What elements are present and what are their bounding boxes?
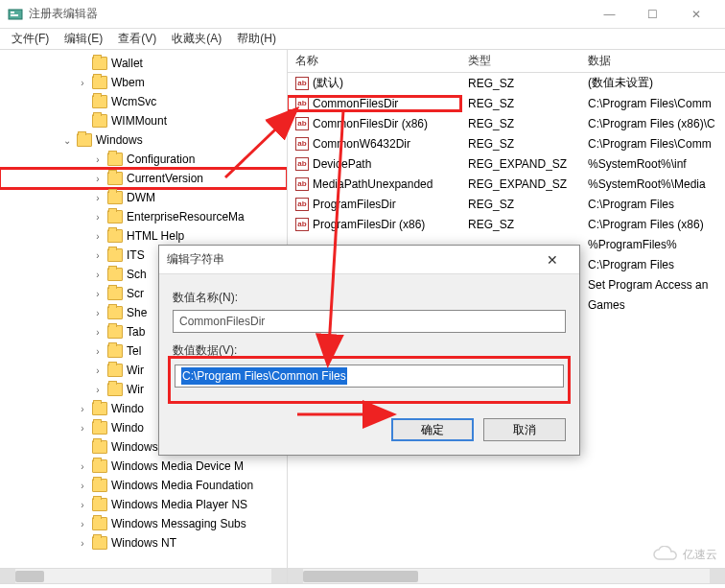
value-data: (数值未设置) [580, 75, 725, 91]
expand-icon[interactable]: › [92, 346, 104, 357]
regedit-icon [8, 7, 23, 22]
tree-hscroll[interactable] [0, 568, 288, 583]
expand-icon[interactable]: ⌄ [61, 135, 73, 146]
expand-icon[interactable]: › [77, 538, 88, 549]
tree-item[interactable]: ›EnterpriseResourceMa [0, 207, 287, 226]
tree-item[interactable]: ›CurrentVersion [0, 169, 287, 188]
tree-item[interactable]: ›DWM [0, 188, 287, 207]
folder-icon [92, 76, 107, 89]
list-row[interactable]: abProgramFilesDir (x86)REG_SZC:\Program … [288, 214, 725, 234]
tree-item[interactable]: ›Windows Messaging Subs [0, 514, 287, 533]
svg-rect-2 [11, 14, 18, 16]
dialog-close-button[interactable]: ✕ [533, 252, 572, 268]
tree-item[interactable]: ⌄Windows [0, 130, 287, 150]
expand-icon[interactable]: › [92, 327, 104, 338]
tree-item[interactable]: ›Windows NT [0, 533, 287, 553]
string-value-icon: ab [295, 77, 309, 90]
folder-icon [107, 268, 123, 281]
list-row[interactable]: abCommonW6432DirREG_SZC:\Program Files\C… [288, 133, 725, 153]
expand-icon[interactable]: › [92, 154, 104, 165]
value-data-input[interactable] [175, 365, 564, 388]
tree-label: Windo [111, 421, 144, 435]
tree-item[interactable]: ›Windows Media Player NS [0, 495, 287, 514]
tree-label: Windows Messaging Subs [111, 517, 246, 530]
expand-icon[interactable]: › [77, 404, 88, 414]
string-value-icon: ab [295, 198, 309, 211]
dialog-title: 编辑字符串 [167, 251, 533, 268]
menu-view[interactable]: 查看(V) [110, 29, 164, 49]
expand-icon[interactable]: › [77, 500, 88, 510]
expand-icon[interactable]: › [77, 423, 88, 434]
ok-button[interactable]: 确定 [391, 418, 474, 441]
tree-item[interactable]: ›Wbem [0, 73, 287, 92]
value-name-input[interactable] [173, 310, 566, 333]
string-value-icon: ab [295, 117, 309, 130]
expand-icon[interactable]: › [92, 308, 104, 318]
tree-label: Windows Media Foundation [111, 479, 253, 492]
expand-icon[interactable]: › [92, 193, 104, 203]
menu-file[interactable]: 文件(F) [4, 29, 57, 49]
folder-icon [107, 153, 123, 166]
statusbar: 计算机\HKEY_LOCAL_MACHINE\SOFTWARE\Microsof… [0, 583, 725, 588]
list-row[interactable]: abMediaPathUnexpandedREG_EXPAND_SZ%Syste… [288, 174, 725, 194]
menu-favorites[interactable]: 收藏夹(A) [164, 29, 229, 49]
tree-item[interactable]: ›HTML Help [0, 226, 287, 246]
expand-icon[interactable]: › [77, 461, 88, 472]
value-type: REG_EXPAND_SZ [460, 157, 580, 171]
tree-item[interactable]: ›Configuration [0, 150, 287, 169]
col-type[interactable]: 类型 [460, 53, 580, 69]
tree-label: Windows Media Device M [111, 459, 244, 473]
expand-icon[interactable]: › [77, 481, 88, 491]
expand-icon[interactable]: › [92, 174, 104, 184]
tree-label: Wir [127, 364, 144, 377]
expand-icon[interactable]: › [92, 385, 104, 395]
tree-item[interactable]: WcmSvc [0, 92, 287, 111]
folder-icon [92, 479, 107, 492]
tree-label: CurrentVersion [127, 172, 203, 185]
col-name[interactable]: 名称 [288, 53, 460, 69]
tree-label: EnterpriseResourceMa [127, 210, 245, 223]
expand-icon[interactable]: › [92, 270, 104, 280]
tree-item[interactable]: ›Windows Media Device M [0, 457, 287, 476]
folder-icon [92, 402, 107, 415]
list-row[interactable]: abCommonFilesDirREG_SZC:\Program Files\C… [288, 93, 725, 113]
tree-item[interactable]: WIMMount [0, 111, 287, 130]
value-name-label: 数值名称(N): [173, 290, 566, 306]
tree-label: Windows Media Player NS [111, 498, 247, 511]
tree-item[interactable]: ›Windows Media Foundation [0, 476, 287, 495]
expand-icon[interactable]: › [77, 78, 88, 88]
maximize-button[interactable]: ☐ [631, 1, 674, 28]
list-row[interactable]: abCommonFilesDir (x86)REG_SZC:\Program F… [288, 113, 725, 133]
folder-icon [107, 306, 123, 319]
tree-item[interactable]: Wallet [0, 54, 287, 73]
value-data: C:\Program Files (x86)\C [580, 117, 725, 130]
close-button[interactable]: ✕ [674, 1, 717, 28]
tree-label: Windo [111, 402, 144, 415]
col-data[interactable]: 数据 [580, 53, 725, 69]
value-name: CommonFilesDir [313, 97, 398, 110]
menu-help[interactable]: 帮助(H) [229, 29, 284, 49]
tree-label: Tab [127, 325, 145, 339]
folder-icon [107, 383, 123, 396]
expand-icon[interactable]: › [92, 212, 104, 223]
list-row[interactable]: ab(默认)REG_SZ(数值未设置) [288, 73, 725, 93]
list-row[interactable]: abDevicePathREG_EXPAND_SZ%SystemRoot%\in… [288, 153, 725, 174]
menu-edit[interactable]: 编辑(E) [57, 29, 110, 49]
value-data: %ProgramFiles% [580, 238, 725, 251]
folder-icon [92, 57, 107, 70]
expand-icon[interactable]: › [92, 250, 104, 261]
cancel-button[interactable]: 取消 [483, 418, 566, 441]
minimize-button[interactable]: — [588, 1, 631, 28]
list-hscroll[interactable] [288, 568, 725, 583]
folder-icon [92, 440, 107, 454]
expand-icon[interactable]: › [77, 519, 88, 529]
expand-icon[interactable]: › [92, 365, 104, 376]
menubar: 文件(F) 编辑(E) 查看(V) 收藏夹(A) 帮助(H) [0, 29, 725, 50]
expand-icon[interactable]: › [92, 289, 104, 299]
expand-icon[interactable]: › [92, 231, 104, 242]
tree-label: She [127, 306, 147, 319]
list-row[interactable]: abProgramFilesDirREG_SZC:\Program Files [288, 194, 725, 214]
tree-label: Sch [127, 268, 147, 281]
svg-rect-1 [11, 12, 14, 13]
folder-icon [92, 498, 107, 511]
